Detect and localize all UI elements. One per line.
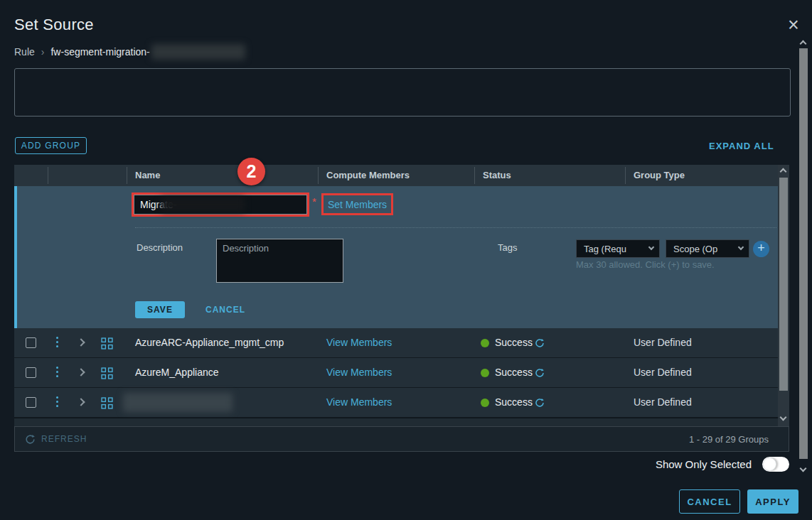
scrollbar-thumb[interactable] [799, 48, 808, 459]
tags-label: Tags [498, 242, 517, 253]
status-text: Success [495, 367, 533, 378]
active-row-indicator [14, 186, 17, 328]
view-members-link[interactable]: View Members [326, 337, 392, 348]
add-group-button[interactable]: ADD GROUP [15, 137, 87, 154]
kebab-menu-icon[interactable] [56, 367, 58, 377]
scroll-down-icon[interactable] [800, 465, 807, 472]
save-button[interactable]: SAVE [135, 301, 185, 318]
toggle-knob [763, 457, 776, 471]
group-name: AzureM_Appliance [135, 367, 219, 378]
expand-chevron-icon[interactable] [77, 398, 85, 406]
table-rows: AzureARC-Appliance_mgmt_cmp View Members… [14, 328, 778, 418]
column-divider [127, 167, 127, 184]
description-label: Description [137, 242, 183, 253]
cancel-edit-link[interactable]: CANCEL [205, 305, 245, 315]
expand-chevron-icon[interactable] [77, 368, 85, 376]
success-status-icon [481, 339, 489, 347]
table-header: Name Compute Members Status Group Type [14, 165, 789, 186]
column-header-name: Name [135, 170, 160, 180]
cancel-button[interactable]: CANCEL [679, 489, 740, 514]
scope-dropdown[interactable]: Scope (Op [666, 239, 749, 258]
column-divider [625, 167, 626, 184]
group-type: User Defined [634, 367, 692, 378]
divider [135, 227, 776, 228]
group-type: User Defined [634, 337, 692, 348]
groups-table: Name Compute Members Status Group Type *… [14, 165, 789, 452]
group-grid-icon [101, 397, 113, 409]
table-row: AzureM_Appliance View Members Success Us… [14, 358, 778, 388]
column-header-group-type: Group Type [634, 170, 685, 180]
description-textarea[interactable] [216, 239, 343, 283]
row-checkbox[interactable] [26, 337, 36, 348]
tag-dropdown[interactable]: Tag (Requ [576, 239, 660, 258]
group-name: AzureARC-Appliance_mgmt_cmp [135, 337, 284, 348]
refresh-icon [25, 434, 36, 445]
breadcrumb-path: fw-segment-migration- [50, 46, 149, 58]
tags-hint: Max 30 allowed. Click (+) to save. [576, 259, 715, 270]
row-checkbox[interactable] [26, 397, 36, 408]
close-icon[interactable]: × [788, 16, 799, 35]
scrollbar-thumb[interactable] [779, 178, 788, 391]
expand-chevron-icon[interactable] [77, 338, 85, 346]
refresh-status-icon[interactable] [535, 398, 545, 408]
chevron-down-icon [648, 244, 654, 250]
row-checkbox[interactable] [26, 367, 36, 378]
status-text: Success [495, 337, 533, 348]
row-count: 1 - 29 of 29 Groups [689, 434, 769, 445]
refresh-button[interactable]: REFRESH [25, 434, 87, 445]
scroll-up-icon[interactable] [800, 40, 807, 48]
selected-sources-box[interactable] [14, 68, 791, 117]
annotation-highlight-set-members: Set Members [321, 193, 393, 215]
required-marker: * [312, 195, 316, 207]
group-type: User Defined [634, 396, 692, 408]
breadcrumb: Rule › fw-segment-migration- [14, 43, 245, 60]
view-members-link[interactable]: View Members [326, 367, 392, 378]
annotation-step-2-badge: 2 [237, 158, 265, 185]
scope-dropdown-value: Scope (Op [673, 244, 739, 254]
kebab-menu-icon[interactable] [56, 337, 58, 347]
group-grid-icon [101, 337, 113, 350]
table-scrollbar[interactable] [778, 165, 789, 426]
scroll-up-icon[interactable] [780, 168, 787, 175]
redaction-blur [123, 393, 233, 412]
redaction-blur [161, 197, 245, 212]
chevron-down-icon [738, 244, 744, 250]
column-divider [48, 167, 48, 184]
table-row: View Members Success User Defined [14, 388, 778, 418]
annotation-highlight-name [132, 193, 309, 217]
table-bottom-strip [14, 418, 778, 426]
show-only-selected-toggle[interactable] [762, 457, 789, 472]
group-grid-icon [101, 367, 113, 379]
expand-all-link[interactable]: EXPAND ALL [709, 141, 774, 151]
success-status-icon [481, 399, 489, 407]
table-footer: REFRESH 1 - 29 of 29 Groups [14, 426, 789, 452]
breadcrumb-rule[interactable]: Rule [14, 46, 35, 58]
view-members-link[interactable]: View Members [326, 396, 392, 408]
refresh-status-icon[interactable] [535, 338, 545, 348]
column-header-compute-members: Compute Members [326, 170, 410, 180]
tag-dropdown-value: Tag (Requ [584, 244, 649, 254]
set-source-dialog: Set Source × Rule › fw-segment-migration… [0, 0, 812, 520]
new-group-edit-panel: * Set Members 3 Description Tags Tag (Re… [14, 186, 778, 328]
redaction-blur [151, 44, 245, 60]
status-text: Success [495, 396, 533, 408]
refresh-status-icon[interactable] [535, 368, 545, 378]
apply-button[interactable]: APPLY [747, 489, 798, 514]
add-tag-button[interactable]: + [753, 241, 769, 257]
column-divider [474, 167, 475, 184]
refresh-label: REFRESH [41, 434, 87, 444]
kebab-menu-icon[interactable] [56, 396, 58, 407]
table-row: AzureARC-Appliance_mgmt_cmp View Members… [14, 328, 778, 358]
show-only-selected-label: Show Only Selected [626, 458, 752, 470]
column-divider [318, 167, 319, 184]
page-title: Set Source [14, 16, 94, 34]
breadcrumb-chevron-icon: › [41, 46, 45, 58]
column-header-status: Status [483, 170, 511, 180]
scroll-down-icon[interactable] [780, 414, 787, 421]
success-status-icon [481, 369, 489, 377]
page-scrollbar[interactable] [798, 36, 809, 477]
set-members-link[interactable]: Set Members [328, 199, 387, 210]
